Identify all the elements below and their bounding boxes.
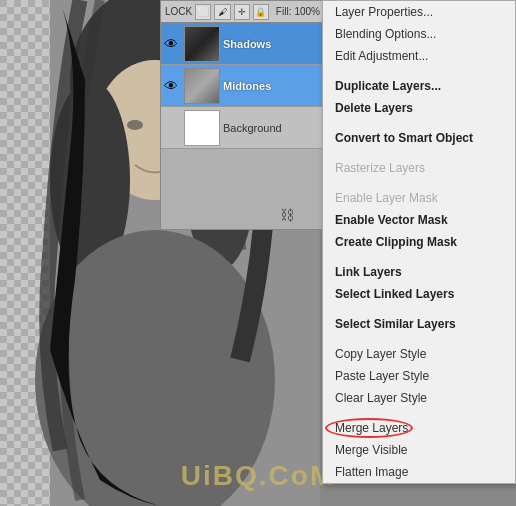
menu-item-layer-properties[interactable]: Layer Properties... (323, 1, 515, 23)
sep-5 (323, 253, 515, 261)
layer-row-midtones[interactable]: 👁 Midtones (161, 65, 324, 107)
menu-item-flatten-image[interactable]: Flatten Image (323, 461, 515, 483)
sep-2 (323, 119, 515, 127)
layers-panel: LOCK ⬜ 🖌 ✛ 🔒 Fill: 100% 👁 Shadows 👁 Midt… (160, 0, 325, 230)
fill-label: Fill: (276, 6, 292, 17)
menu-item-enable-vector-mask[interactable]: Enable Vector Mask (323, 209, 515, 231)
menu-item-duplicate-layers[interactable]: Duplicate Layers... (323, 75, 515, 97)
thumb-midtones (184, 68, 220, 104)
eye-icon-shadows[interactable]: 👁 (161, 36, 181, 52)
sep-6 (323, 305, 515, 313)
lock-label: LOCK (165, 6, 192, 17)
layer-row-background[interactable]: Background (161, 107, 324, 149)
menu-item-rasterize[interactable]: Rasterize Layers (323, 157, 515, 179)
lock-position-btn[interactable]: ✛ (234, 4, 250, 20)
eye-icon-midtones[interactable]: 👁 (161, 78, 181, 94)
menu-item-convert-smart[interactable]: Convert to Smart Object (323, 127, 515, 149)
context-menu: Layer Properties... Blending Options... … (322, 0, 516, 484)
lock-all-btn[interactable]: 🔒 (253, 4, 269, 20)
sep-4 (323, 179, 515, 187)
sep-1 (323, 67, 515, 75)
menu-item-clear-layer-style[interactable]: Clear Layer Style (323, 387, 515, 409)
menu-item-edit-adjustment[interactable]: Edit Adjustment... (323, 45, 515, 67)
menu-item-merge-visible[interactable]: Merge Visible (323, 439, 515, 461)
menu-item-delete-layers[interactable]: Delete Layers (323, 97, 515, 119)
merge-layers-label: Merge Layers (335, 421, 408, 435)
lock-image-btn[interactable]: 🖌 (214, 4, 230, 20)
layer-name-midtones: Midtones (223, 80, 271, 92)
layers-toolbar: LOCK ⬜ 🖌 ✛ 🔒 Fill: 100% (161, 1, 324, 23)
layer-name-shadows: Shadows (223, 38, 271, 50)
sep-7 (323, 335, 515, 343)
lock-transparent-btn[interactable]: ⬜ (195, 4, 211, 20)
menu-item-select-similar[interactable]: Select Similar Layers (323, 313, 515, 335)
menu-item-paste-layer-style[interactable]: Paste Layer Style (323, 365, 515, 387)
menu-item-select-linked[interactable]: Select Linked Layers (323, 283, 515, 305)
layer-name-background: Background (223, 122, 282, 134)
link-icon: ⛓ (280, 207, 294, 223)
menu-item-create-clipping-mask[interactable]: Create Clipping Mask (323, 231, 515, 253)
menu-item-merge-layers[interactable]: Merge Layers (323, 417, 515, 439)
sep-8 (323, 409, 515, 417)
menu-item-link-layers[interactable]: Link Layers (323, 261, 515, 283)
sep-3 (323, 149, 515, 157)
canvas-area: 思缘设计论坛 www.看稳设计论坛 100% LOCK ⬜ 🖌 ✛ 🔒 Fill… (0, 0, 516, 506)
menu-item-copy-layer-style[interactable]: Copy Layer Style (323, 343, 515, 365)
menu-item-blending-options[interactable]: Blending Options... (323, 23, 515, 45)
thumb-background (184, 110, 220, 146)
menu-item-enable-layer-mask[interactable]: Enable Layer Mask (323, 187, 515, 209)
thumb-shadows (184, 26, 220, 62)
watermark-text: UiBQ.CoM (181, 460, 335, 492)
fill-value: 100% (294, 6, 320, 17)
layer-row-shadows[interactable]: 👁 Shadows (161, 23, 324, 65)
